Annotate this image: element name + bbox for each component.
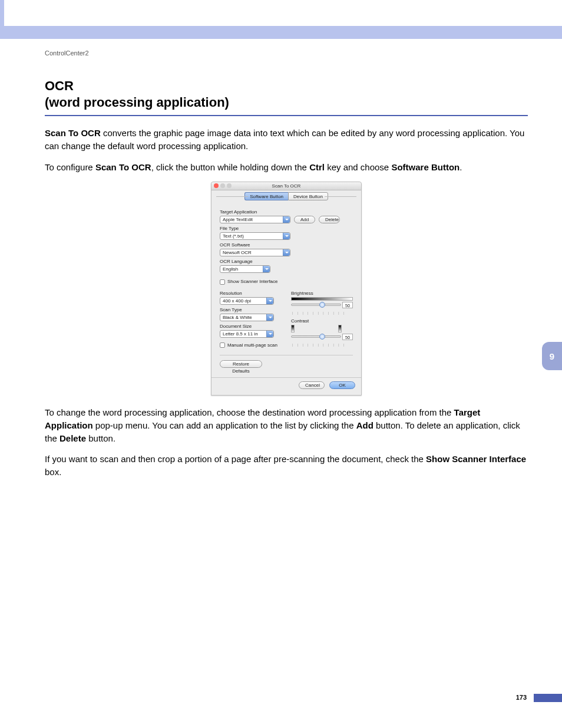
label-show-scanner: Show Scanner Interface: [227, 279, 277, 284]
ocr-software-select[interactable]: Newsoft OCR: [220, 249, 290, 256]
chevron-down-icon: [266, 298, 273, 304]
label-resolution: Resolution: [220, 291, 282, 296]
dialog-title: Scan To OCR: [272, 183, 301, 189]
title-line-1: OCR: [45, 78, 74, 93]
add-button[interactable]: Add: [294, 216, 315, 223]
ocr-language-select[interactable]: English: [220, 265, 270, 273]
label-scan-type: Scan Type: [220, 307, 282, 312]
label-manual-multipage: Manual multi-page scan: [227, 342, 277, 348]
scan-to-ocr-dialog: Scan To OCR Software Button Device Butto…: [211, 182, 362, 396]
p1-bold: Scan To OCR: [45, 128, 101, 138]
label-ocr-language: OCR Language: [220, 259, 353, 264]
brightness-ticks: | | | | | | | | | | |: [292, 311, 353, 315]
document-size-select[interactable]: Letter 8.5 x 11 in: [220, 330, 274, 338]
zoom-icon[interactable]: [227, 183, 232, 188]
panel-divider: [220, 355, 353, 355]
restore-defaults-button[interactable]: Restore Defaults: [220, 360, 262, 368]
title-line-2: (word processing application): [45, 95, 229, 110]
brightness-gradient-icon: [291, 297, 353, 301]
minimize-icon[interactable]: [220, 183, 225, 188]
dialog-screenshot: Scan To OCR Software Button Device Butto…: [211, 182, 362, 396]
tab-software-button[interactable]: Software Button: [244, 192, 288, 200]
paragraph-2: To configure Scan To OCR, click the butt…: [45, 161, 528, 174]
scan-type-select[interactable]: Black & White: [220, 314, 274, 321]
contrast-high-icon: [338, 325, 342, 332]
chevron-down-icon: [266, 314, 273, 321]
right-column: Brightness 50 | | | | | | | | | | | Cont…: [291, 288, 353, 348]
left-column: Resolution 400 x 400 dpi Scan Type Black…: [220, 288, 282, 348]
contrast-slider[interactable]: 50: [291, 334, 353, 343]
p1-rest: converts the graphic page image data int…: [45, 128, 524, 151]
footer-divider: [211, 377, 361, 378]
file-type-select[interactable]: Text (*.txt): [220, 232, 290, 240]
running-header: ControlCenter2: [45, 50, 528, 57]
contrast-icons: [291, 325, 353, 332]
label-document-size: Document Size: [220, 324, 282, 329]
paragraph-1: Scan To OCR converts the graphic page im…: [45, 127, 528, 153]
tab-device-button[interactable]: Device Button: [288, 192, 328, 200]
dialog-footer: Cancel OK: [211, 381, 361, 395]
paragraph-3: To change the word processing applicatio…: [45, 406, 528, 444]
resolution-select[interactable]: 400 x 400 dpi: [220, 297, 274, 305]
manual-multipage-checkbox[interactable]: [220, 342, 225, 348]
chevron-down-icon: [283, 249, 290, 256]
label-brightness: Brightness: [291, 291, 353, 296]
tab-row: Software Button Device Button: [211, 190, 361, 202]
section-title: OCR (word processing application): [45, 78, 528, 110]
label-ocr-software: OCR Software: [220, 242, 353, 248]
chapter-tab: 9: [542, 342, 562, 370]
chevron-down-icon: [283, 216, 290, 223]
label-contrast: Contrast: [291, 318, 353, 324]
paragraph-4: If you want to scan and then crop a port…: [45, 453, 528, 479]
top-border-bar: [0, 26, 562, 39]
dialog-panel: Target Application Apple TextEdit Add De…: [211, 202, 361, 374]
contrast-value: 50: [342, 334, 353, 340]
target-application-select[interactable]: Apple TextEdit: [220, 216, 290, 223]
delete-button[interactable]: Delete: [319, 216, 340, 223]
contrast-ticks: | | | | | | | | | | |: [292, 343, 353, 347]
brightness-slider[interactable]: 50: [291, 302, 353, 311]
dialog-titlebar: Scan To OCR: [211, 182, 361, 190]
brightness-value: 50: [342, 302, 353, 308]
page-number-bar: [534, 694, 562, 702]
show-scanner-interface-checkbox[interactable]: [220, 279, 225, 285]
window-controls: [214, 183, 232, 188]
label-target-application: Target Application: [220, 209, 353, 215]
ok-button[interactable]: OK: [329, 381, 355, 389]
label-file-type: File Type: [220, 226, 353, 231]
page-content: ControlCenter2 OCR (word processing appl…: [45, 50, 528, 487]
cancel-button[interactable]: Cancel: [299, 381, 325, 389]
close-icon[interactable]: [214, 183, 219, 188]
chevron-down-icon: [283, 233, 290, 239]
title-underline: [45, 115, 528, 116]
chevron-down-icon: [263, 266, 270, 272]
page-number: 173: [516, 694, 527, 701]
contrast-low-icon: [291, 325, 295, 332]
chevron-down-icon: [266, 331, 273, 337]
